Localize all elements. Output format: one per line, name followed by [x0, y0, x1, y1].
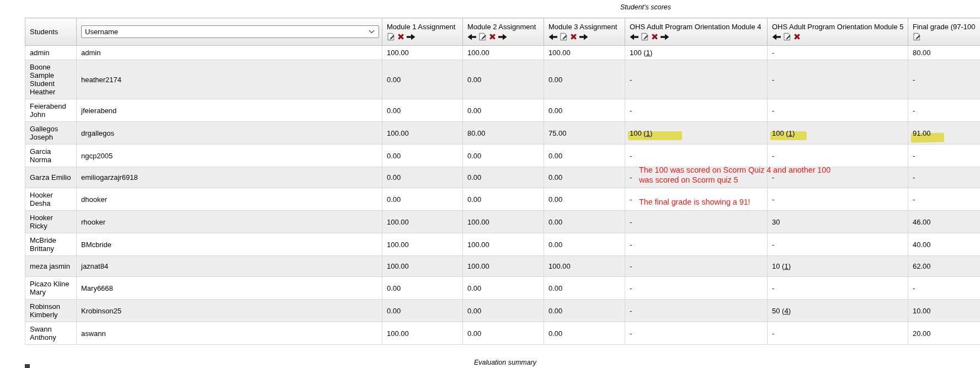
table-row: Picazo Kline MaryMary66680.000.000.00---	[25, 277, 980, 300]
edit-icon[interactable]	[641, 33, 649, 41]
column-header-label: Final grade (97-100	[913, 23, 980, 31]
grade-cell: -	[625, 233, 768, 256]
username-filter-select[interactable]: Username	[81, 25, 379, 38]
grade-value: 0.00	[387, 76, 401, 84]
grade-value: 0.00	[548, 106, 562, 115]
delete-icon[interactable]	[793, 33, 801, 40]
delete-icon[interactable]	[397, 33, 404, 40]
grade-number: 62.00	[913, 262, 931, 270]
student-name-cell: Hooker Ricky	[25, 211, 77, 233]
grade-value: 50 (4)	[772, 307, 791, 315]
grade-number: 0.00	[548, 195, 562, 204]
delete-icon[interactable]	[651, 33, 658, 40]
grade-value: 0.00	[467, 195, 481, 204]
delete-icon[interactable]	[489, 33, 496, 40]
move-left-icon[interactable]	[467, 34, 476, 40]
grade-value: 0.00	[548, 284, 562, 292]
grade-cell: -	[768, 145, 908, 167]
move-right-icon[interactable]	[661, 34, 669, 40]
grade-number: 30	[772, 218, 780, 226]
username-cell: aswann	[77, 322, 382, 345]
grade-cell: -	[625, 300, 768, 322]
move-right-icon[interactable]	[498, 34, 507, 40]
column-header-controls	[548, 33, 620, 41]
grade-value: 100.00	[548, 262, 571, 270]
edit-icon[interactable]	[387, 33, 395, 41]
column-header-label: OHS Adult Program Orientation Module 5	[772, 23, 903, 31]
grade-number: 0.00	[467, 106, 481, 115]
column-header-module-3-assignment: Module 3 Assignment	[544, 18, 625, 46]
grade-value: -	[630, 173, 632, 182]
username-select-wrap: Username	[81, 25, 379, 38]
grade-number: 100.00	[548, 49, 571, 57]
table-row: Robinson KimberlyKrobinson250.000.000.00…	[25, 300, 980, 322]
delete-icon[interactable]	[570, 33, 577, 40]
grade-value: -	[630, 106, 632, 115]
move-left-icon[interactable]	[548, 34, 557, 40]
username-cell: ngcp2005	[77, 145, 382, 167]
grade-cell: 0.00	[463, 99, 544, 122]
table-row: Gallegos Josephdrgallegos100.0080.0075.0…	[25, 122, 980, 145]
username-cell: jaznat84	[77, 256, 382, 277]
grade-number: 0.00	[548, 152, 562, 160]
grade-cell: 0.00	[463, 167, 544, 188]
grade-number: 91.00	[913, 129, 931, 137]
move-left-icon[interactable]	[772, 34, 781, 40]
column-header-controls	[387, 33, 458, 41]
edit-icon[interactable]	[783, 33, 791, 41]
grade-value: -	[913, 173, 915, 182]
table-row: McBride BrittanyBMcbride100.00100.000.00…	[25, 233, 980, 256]
grade-value: -	[630, 329, 632, 338]
attempts-link[interactable]: 1	[646, 49, 650, 57]
grade-value: 100 (1)	[630, 49, 652, 57]
grade-number: 100.00	[387, 129, 409, 137]
grade-value: 0.00	[467, 329, 481, 338]
grade-value: 30	[772, 218, 780, 226]
grade-value: 100.00	[387, 241, 409, 249]
attempts-link[interactable]: 4	[784, 307, 788, 315]
grade-cell: -	[625, 60, 768, 99]
grade-cell: -	[768, 277, 908, 300]
grade-value: -	[772, 329, 774, 338]
grade-number: 100	[772, 129, 784, 137]
grade-number: 0.00	[467, 76, 481, 84]
grade-number: -	[630, 329, 632, 338]
edit-icon[interactable]	[913, 33, 921, 41]
move-left-icon[interactable]	[630, 34, 638, 40]
table-row: meza jasminjaznat84100.00100.00100.00-10…	[25, 256, 980, 277]
edit-icon[interactable]	[478, 33, 487, 41]
move-right-icon[interactable]	[407, 34, 416, 40]
attempts-link[interactable]: 1	[646, 129, 650, 137]
grade-number: -	[630, 284, 632, 292]
grade-cell: 0.00	[463, 60, 544, 99]
grade-value: 0.00	[548, 173, 562, 182]
grade-value: 80.00	[913, 49, 931, 57]
move-right-icon[interactable]	[579, 34, 588, 40]
cut-off-element	[25, 364, 30, 368]
grade-cell: 40.00	[908, 233, 980, 256]
grade-number: 100	[630, 129, 642, 137]
grade-value-highlighted: 91.00	[913, 129, 931, 137]
grade-cell: 0.00	[382, 99, 463, 122]
grade-cell: 100.00	[544, 256, 625, 277]
grade-value: 80.00	[467, 129, 486, 137]
grade-cell: 100.00	[463, 211, 544, 233]
grade-cell: -	[908, 145, 980, 167]
student-name-cell: meza jasmin	[25, 256, 77, 277]
column-header-module-1-assignment: Module 1 Assignment	[382, 18, 463, 46]
grade-cell: 75.00	[544, 122, 625, 145]
grade-cell: 0.00	[382, 277, 463, 300]
attempts-link[interactable]: 1	[784, 262, 788, 270]
student-name-cell: Swann Anthony	[25, 322, 77, 345]
username-cell: BMcbride	[77, 233, 382, 256]
edit-icon[interactable]	[560, 33, 568, 41]
grade-number: 100.00	[387, 218, 409, 226]
grade-value-highlighted: 100 (1)	[772, 129, 795, 137]
grade-number: 20.00	[913, 329, 931, 338]
grade-number: -	[630, 76, 632, 84]
student-name-cell: Robinson Kimberly	[25, 300, 77, 322]
grade-number: -	[630, 218, 632, 226]
grade-value: 0.00	[387, 284, 401, 292]
grade-value: 100.00	[387, 218, 409, 226]
attempts-link[interactable]: 1	[789, 129, 792, 137]
